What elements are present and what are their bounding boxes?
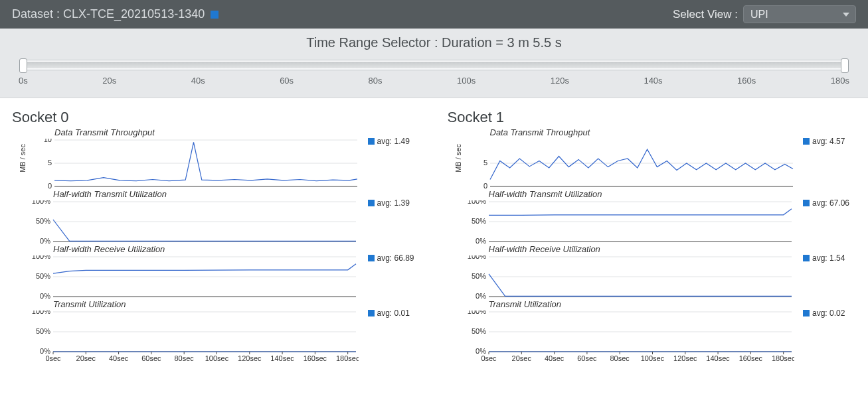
svg-text:100%: 100% xyxy=(467,255,485,260)
svg-text:80sec: 80sec xyxy=(610,354,630,362)
top-bar: Dataset : CLX-TCE_20210513-1340 Select V… xyxy=(0,0,868,29)
range-tick: 0s xyxy=(19,76,28,86)
svg-text:5: 5 xyxy=(483,159,487,167)
svg-text:100%: 100% xyxy=(467,311,485,315)
chart-block: Transmit Utilization0%50%100%0sec20sec40… xyxy=(453,299,857,362)
svg-text:100sec: 100sec xyxy=(640,354,664,362)
dataset-prefix: Dataset : xyxy=(12,7,63,21)
legend-swatch-icon xyxy=(368,200,375,206)
svg-text:0: 0 xyxy=(48,182,52,189)
chart-block: MB / secData Transmit Throughput05avg: 4… xyxy=(453,127,857,189)
svg-text:50%: 50% xyxy=(471,327,485,335)
svg-text:0sec: 0sec xyxy=(45,354,61,362)
chart-legend: avg: 0.02 xyxy=(803,299,856,318)
range-tick: 60s xyxy=(280,76,294,86)
chart-legend: avg: 1.49 xyxy=(368,127,421,146)
svg-text:120sec: 120sec xyxy=(673,354,697,362)
chart-svg: 0%50%100%0sec20sec40sec60sec80sec100sec1… xyxy=(462,311,794,362)
slider-handle-start[interactable] xyxy=(19,58,27,73)
view-select[interactable]: UPI xyxy=(743,5,856,23)
svg-text:50%: 50% xyxy=(471,272,485,280)
svg-text:10: 10 xyxy=(44,139,52,143)
dataset-indicator-icon xyxy=(211,11,218,19)
legend-label: avg: 0.01 xyxy=(377,309,410,318)
svg-text:50%: 50% xyxy=(36,327,50,335)
range-tick: 140s xyxy=(644,76,662,86)
socket-1-title: Socket 1 xyxy=(448,109,857,126)
svg-text:120sec: 120sec xyxy=(238,354,262,362)
dataset-label: Dataset : CLX-TCE_20210513-1340 xyxy=(12,7,218,21)
chart-legend: avg: 0.01 xyxy=(368,299,421,318)
chart-legend: avg: 4.57 xyxy=(803,127,856,146)
chart-legend: avg: 1.39 xyxy=(368,189,421,208)
chart-title: Half-width Transmit Utilization xyxy=(53,189,368,199)
time-range-title: Time Range Selector : Duration = 3 m 5.5… xyxy=(19,35,849,50)
svg-text:140sec: 140sec xyxy=(706,354,730,362)
svg-text:160sec: 160sec xyxy=(304,354,327,362)
chart-svg: 0%50%100% xyxy=(27,255,359,299)
sockets-container: Socket 0 MB / secData Transmit Throughpu… xyxy=(0,98,868,368)
svg-text:100sec: 100sec xyxy=(205,354,229,362)
chart-svg: 0%50%100% xyxy=(27,200,359,244)
chart-block: MB / secData Transmit Throughput0510avg:… xyxy=(17,127,421,189)
chart-title: Transmit Utilization xyxy=(489,299,804,309)
svg-text:0%: 0% xyxy=(40,237,50,244)
svg-text:60sec: 60sec xyxy=(141,354,161,362)
legend-swatch-icon xyxy=(368,255,375,261)
time-range-panel: Time Range Selector : Duration = 3 m 5.5… xyxy=(0,29,868,98)
chart-ylabel: MB / sec xyxy=(17,144,28,173)
chart-line xyxy=(54,143,357,181)
chart-svg: 05 xyxy=(464,139,796,189)
legend-label: avg: 67.06 xyxy=(812,198,849,208)
chart-svg: 0%50%100% xyxy=(462,255,794,299)
legend-label: avg: 4.57 xyxy=(812,137,845,146)
range-tick: 120s xyxy=(551,76,569,86)
chart-line xyxy=(489,209,792,216)
chart-ylabel: MB / sec xyxy=(453,144,464,173)
svg-text:50%: 50% xyxy=(36,217,50,225)
chart-block: Half-width Receive Utilization0%50%100%a… xyxy=(17,244,421,299)
chart-title: Half-width Receive Utilization xyxy=(53,244,368,254)
chart-line xyxy=(53,220,356,241)
range-tick: 100s xyxy=(457,76,476,86)
chart-title: Half-width Receive Utilization xyxy=(489,244,804,254)
chart-block: Half-width Transmit Utilization0%50%100%… xyxy=(453,189,857,244)
chart-line xyxy=(490,149,793,180)
chart-svg: 0%50%100%0sec20sec40sec60sec80sec100sec1… xyxy=(27,311,359,362)
chart-block: Half-width Transmit Utilization0%50%100%… xyxy=(17,189,421,244)
chart-svg: 0510 xyxy=(28,139,360,189)
svg-text:0%: 0% xyxy=(40,292,50,299)
legend-swatch-icon xyxy=(368,310,375,316)
slider-handle-end[interactable] xyxy=(841,58,849,73)
slider-fill xyxy=(23,62,845,68)
svg-text:100%: 100% xyxy=(32,255,50,260)
time-range-ticks: 0s20s40s60s80s100s120s140s160s180s xyxy=(19,76,849,86)
svg-text:140sec: 140sec xyxy=(270,354,294,362)
legend-label: avg: 1.49 xyxy=(377,137,410,146)
chart-line xyxy=(53,264,356,273)
dataset-name: CLX-TCE_20210513-1340 xyxy=(63,7,205,21)
svg-text:60sec: 60sec xyxy=(577,354,597,362)
chart-legend: avg: 67.06 xyxy=(803,189,856,208)
svg-text:20sec: 20sec xyxy=(76,354,96,362)
range-tick: 20s xyxy=(102,76,116,86)
svg-text:0sec: 0sec xyxy=(481,354,497,362)
chart-block: Transmit Utilization0%50%100%0sec20sec40… xyxy=(17,299,421,362)
range-tick: 80s xyxy=(369,76,383,86)
svg-text:0%: 0% xyxy=(476,237,486,244)
socket-0-title: Socket 0 xyxy=(12,109,421,126)
svg-text:180sec: 180sec xyxy=(336,354,359,362)
legend-swatch-icon xyxy=(803,138,810,145)
svg-text:180sec: 180sec xyxy=(771,354,794,362)
view-select-wrap: UPI xyxy=(743,5,856,23)
svg-text:20sec: 20sec xyxy=(511,354,531,362)
svg-text:40sec: 40sec xyxy=(109,354,129,362)
svg-text:160sec: 160sec xyxy=(738,354,762,362)
svg-text:100%: 100% xyxy=(32,200,50,205)
time-range-slider[interactable] xyxy=(21,60,847,70)
chart-title: Transmit Utilization xyxy=(53,299,368,309)
chart-line xyxy=(489,274,792,297)
svg-text:5: 5 xyxy=(48,159,52,167)
socket-0: Socket 0 MB / secData Transmit Throughpu… xyxy=(12,109,421,362)
chart-block: Half-width Receive Utilization0%50%100%a… xyxy=(453,244,857,299)
